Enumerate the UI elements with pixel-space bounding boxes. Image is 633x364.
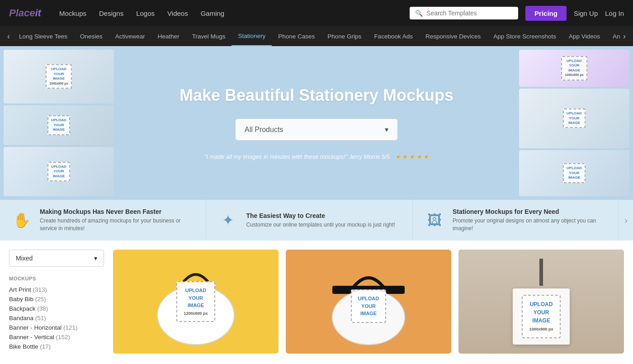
feature-1-icon: ✋ — [11, 212, 33, 229]
feature-3-text: Stationery Mockups for Every Need Promot… — [453, 208, 608, 232]
cat-app-store[interactable]: App Store Screenshots — [487, 26, 562, 46]
cat-stationery[interactable]: Stationery — [231, 26, 272, 46]
product-card-2-badge: UPLOADYOURIMAGE — [351, 289, 386, 323]
hero-testimonial: "I made all my images in minutes with th… — [180, 153, 453, 160]
category-bar-inner: Long Sleeve Tees Onesies Activewear Heat… — [13, 26, 620, 46]
cat-onesies[interactable]: Onesies — [74, 26, 109, 46]
nav-videos[interactable]: Videos — [167, 9, 188, 17]
cat-activewear[interactable]: Activewear — [109, 26, 151, 46]
hero-left-collage: UPLOADYOURIMAGE1000x900 px UPLOADYOURIMA… — [0, 46, 118, 200]
collage-upload-badge-4: UPLOADYOURIMAGE1000x900 px — [561, 56, 587, 80]
sidebar-link-bike-bottle[interactable]: Bike Bottle (17) — [9, 342, 104, 351]
search-bar[interactable]: 🔍 — [410, 7, 518, 19]
hero-center: Make Beautiful Stationery Mockups All Pr… — [170, 68, 463, 178]
category-prev-arrow[interactable]: ‹ — [5, 32, 13, 41]
cat-facebook-ads[interactable]: Facebook Ads — [368, 26, 419, 46]
feature-3-title: Stationery Mockups for Every Need — [453, 208, 608, 215]
collage-upload-badge-5: UPLOADYOURIMAGE — [563, 109, 586, 128]
cat-android[interactable]: Android Dev... — [606, 26, 620, 46]
hero-right-collage: UPLOADYOURIMAGE1000x900 px UPLOADYOURIMA… — [515, 46, 633, 200]
feature-3-desc: Promote your original designs on almost … — [453, 217, 608, 232]
feature-1-text: Making Mockups Has Never Been Faster Cre… — [40, 208, 195, 232]
navbar-right: 🔍 Pricing Sign Up Log In — [410, 6, 624, 21]
features-bar: ✋ Making Mockups Has Never Been Faster C… — [0, 200, 633, 241]
collage-upload-badge-3: UPLOADYOURIMAGE — [47, 162, 70, 181]
nav-gaming[interactable]: Gaming — [201, 9, 225, 17]
testimonial-quote: "I made all my images in minutes with th… — [204, 153, 347, 160]
cat-travel-mugs[interactable]: Travel Mugs — [186, 26, 232, 46]
login-link[interactable]: Log In — [605, 9, 624, 17]
pricing-button[interactable]: Pricing — [525, 6, 567, 21]
cat-phone-grips[interactable]: Phone Grips — [321, 26, 368, 46]
signup-link[interactable]: Sign Up — [574, 9, 598, 17]
product-card-1-img: UPLOADYOURIMAGE1200x600 px — [113, 250, 279, 354]
search-input[interactable] — [426, 9, 513, 17]
feature-2-title: The Easiest Way to Create — [246, 212, 395, 219]
feature-1-title: Making Mockups Has Never Been Faster — [40, 208, 195, 215]
sidebar-link-bandana[interactable]: Bandana (51) — [9, 313, 104, 323]
hero-dropdown[interactable]: All Products ▾ — [235, 118, 398, 141]
hero-dropdown-arrow: ▾ — [385, 125, 388, 134]
collage-upload-badge-2: UPLOADYOURIMAGE — [47, 115, 70, 135]
sidebar-sort[interactable]: Mixed ▾ — [9, 250, 104, 267]
product-card-3[interactable]: UPLOADYOURIMAGE1000x900 px — [458, 250, 624, 354]
product-card-1[interactable]: UPLOADYOURIMAGE1200x600 px — [113, 250, 279, 354]
sidebar-link-banner-h[interactable]: Banner - Horizontal (121) — [9, 323, 104, 332]
product-card-2-img: UPLOADYOURIMAGE — [286, 250, 451, 354]
collage-upload-badge-6: UPLOADYOURIMAGE — [563, 163, 586, 183]
nav-designs[interactable]: Designs — [99, 9, 123, 17]
feature-3-icon: 🖼 — [424, 212, 445, 229]
feature-3: 🖼 Stationery Mockups for Every Need Prom… — [413, 200, 619, 241]
hero-dropdown-label: All Products — [245, 126, 283, 134]
feature-1-desc: Create hundreds of amazing mockups for y… — [40, 217, 195, 232]
collage-upload-badge-1: UPLOADYOURIMAGE1000x900 px — [46, 64, 71, 89]
cat-responsive-devices[interactable]: Responsive Devices — [419, 26, 487, 46]
sidebar-sort-label: Mixed — [16, 255, 33, 262]
product-card-1-badge: UPLOADYOURIMAGE1200x600 px — [176, 281, 215, 322]
product-grid: UPLOADYOURIMAGE1200x600 px UP — [113, 250, 624, 354]
navbar: Placeit Mockups Designs Logos Videos Gam… — [0, 0, 633, 26]
sidebar-link-backpack[interactable]: Backpack (38) — [9, 304, 104, 313]
sidebar-link-baby-bib[interactable]: Baby Bib (25) — [9, 294, 104, 304]
product-card-3-badge: UPLOADYOURIMAGE1000x900 px — [513, 288, 569, 345]
sidebar-link-banner-v[interactable]: Banner - Vertical (152) — [9, 332, 104, 342]
nav-mockups[interactable]: Mockups — [59, 9, 86, 17]
sidebar-section-label: Mockups — [9, 276, 104, 281]
product-card-2[interactable]: UPLOADYOURIMAGE — [286, 250, 451, 354]
hero-title: Make Beautiful Stationery Mockups — [180, 86, 453, 105]
logo[interactable]: Placeit — [9, 7, 41, 19]
cat-phone-cases[interactable]: Phone Cases — [272, 26, 321, 46]
feature-2-desc: Customize our online templates until you… — [246, 221, 395, 229]
category-next-arrow[interactable]: › — [620, 32, 628, 41]
cat-app-videos[interactable]: App Videos — [562, 26, 606, 46]
features-next-arrow[interactable]: › — [619, 200, 633, 241]
nav-links: Mockups Designs Logos Videos Gaming — [59, 9, 396, 17]
feature-2: ✦ The Easiest Way to Create Customize ou… — [206, 200, 412, 241]
feature-2-text: The Easiest Way to Create Customize our … — [246, 212, 395, 229]
feature-2-icon: ✦ — [217, 212, 239, 229]
cat-heather[interactable]: Heather — [151, 26, 186, 46]
nav-logos[interactable]: Logos — [136, 9, 155, 17]
hero: UPLOADYOURIMAGE1000x900 px UPLOADYOURIMA… — [0, 46, 633, 200]
sidebar: Mixed ▾ Mockups Art Print (313) Baby Bib… — [9, 250, 113, 354]
sidebar-link-art-print[interactable]: Art Print (313) — [9, 285, 104, 294]
main-content: Mixed ▾ Mockups Art Print (313) Baby Bib… — [0, 241, 633, 363]
testimonial-author: Jerry Morris 5/5 — [349, 153, 390, 160]
sidebar-sort-arrow: ▾ — [94, 255, 97, 262]
feature-1: ✋ Making Mockups Has Never Been Faster C… — [0, 200, 206, 241]
category-bar: ‹ Long Sleeve Tees Onesies Activewear He… — [0, 26, 633, 46]
product-card-3-img: UPLOADYOURIMAGE1000x900 px — [458, 250, 624, 354]
search-icon: 🔍 — [415, 9, 423, 17]
testimonial-stars: ★ ★ ★ ★ ★ — [395, 153, 429, 160]
cat-long-sleeve-tees[interactable]: Long Sleeve Tees — [13, 26, 74, 46]
